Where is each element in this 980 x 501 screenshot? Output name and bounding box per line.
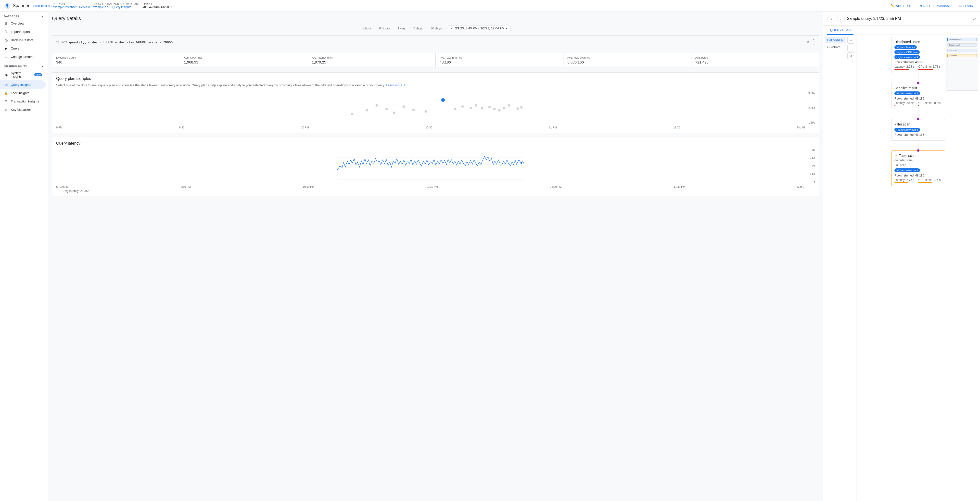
- table-scan-latency: Latency: 2.75 s CPU time: 2.75 s: [894, 178, 942, 183]
- sample-query-title: Sample query: 3/1/23, 9:55 PM: [847, 16, 971, 21]
- expand-panel-button[interactable]: ⤢: [973, 16, 976, 21]
- view-toggle: EXPANDED COMPACT: [823, 35, 845, 501]
- chevron-up-icon-obs: ▲: [41, 65, 44, 68]
- serialize-result-latency: Latency: 20 ms CPU time: 20 ms: [894, 101, 942, 106]
- prev-sample-button[interactable]: ‹: [827, 15, 835, 22]
- breadcrumb-all-instances[interactable]: All instances: [33, 4, 50, 8]
- badge-highest-row-count-1: Highest row count: [894, 91, 920, 95]
- stat-avg-rows-returned: Avg. rows returned 48,186: [436, 53, 563, 67]
- write-ddl-button[interactable]: ✏️ WRITE DDL: [888, 3, 915, 9]
- trash-icon: 🗑: [920, 4, 923, 8]
- sidebar-item-overview[interactable]: ⊞ Overview: [0, 19, 46, 27]
- sidebar-item-lock-insights[interactable]: 🔒 Lock insights: [0, 89, 46, 97]
- right-panel: ‹ › Sample query: 3/1/23, 9:55 PM ⤢ QUER…: [823, 12, 980, 501]
- expand-sql-button[interactable]: ⌃⌄: [812, 38, 816, 46]
- scatter-x-axis: 9 PM 9:30 10 PM 10:30 11 PM 11:30 Thu 02: [56, 126, 815, 129]
- plan-thumbnail: Distributed union | Serialize result | F…: [946, 37, 978, 91]
- expanded-view-button[interactable]: EXPANDED: [825, 37, 845, 43]
- compact-view-button[interactable]: COMPACT: [825, 44, 845, 51]
- scatter-chart: 3.00s 2.25s 1.50s 9 PM 9:30 10 PM 10:30 …: [56, 91, 815, 129]
- svg-point-7: [385, 108, 388, 110]
- connector-3: [918, 141, 918, 151]
- badge-highest-row-count-3: Highest row count: [894, 169, 920, 172]
- zoom-in-button[interactable]: +: [847, 37, 854, 44]
- copy-sql-button[interactable]: ⧉: [807, 38, 810, 46]
- sidebar: DATABASE ▲ ⊞ Overview ⇅ Import/Export ◷ …: [0, 12, 48, 501]
- latency-section-title: Query latency: [56, 141, 815, 146]
- latency-x-axis: UTC+5:30 9:30 PM 10:00 PM 10:30 PM 11:00…: [56, 185, 815, 188]
- connector-dot-3: [917, 149, 920, 152]
- sidebar-item-backup-restore[interactable]: ◷ Backup/Restore: [0, 36, 46, 44]
- latency-bar-1: [894, 105, 896, 106]
- time-30d[interactable]: 30 days: [429, 25, 444, 31]
- chevron-up-icon: ▲: [41, 15, 44, 18]
- pencil-icon: ✏️: [891, 4, 894, 8]
- transaction-icon: ⟳: [4, 99, 8, 103]
- breadcrumb-database: GOOGLE STANDARD SQL DATABASE example-db-…: [93, 3, 140, 9]
- latency-legend: Avg latency: 2.236s: [56, 189, 815, 192]
- stat-avg-cpu: Avg. CPU (ms) 1,968.93: [180, 53, 308, 67]
- topbar: Spanner All instances › INSTANCE example…: [0, 0, 980, 12]
- stats-row: Execution Count 340 Avg. CPU (ms) 1,968.…: [52, 53, 819, 67]
- plan-area: Distributed union Highest latency Highes…: [856, 35, 980, 501]
- latency-chart-wrapper: 3s 2.5s 2s 1.5s 1s: [56, 148, 815, 184]
- learn-more-link[interactable]: Learn more ↗: [386, 83, 406, 87]
- key-icon: ⊞: [4, 107, 8, 112]
- connector-1: [918, 73, 918, 83]
- svg-point-17: [475, 104, 477, 107]
- time-1d[interactable]: 1 day: [396, 25, 407, 31]
- badge-highest-row-count-2: Highest row count: [894, 128, 920, 132]
- sidebar-item-query[interactable]: ▶ Query: [0, 44, 46, 52]
- sidebar-item-transaction-insights[interactable]: ⟳ Transaction insights: [0, 97, 46, 105]
- sidebar-item-key-visualizer[interactable]: ⊞ Key Visualizer: [0, 105, 46, 114]
- svg-point-23: [508, 104, 511, 107]
- scatter-y-axis: 3.00s 2.25s 1.50s: [805, 91, 815, 125]
- scatter-chart-wrapper: 3.00s 2.25s 1.50s 9 PM 9:30 10 PM 10:30 …: [56, 91, 815, 129]
- delete-database-button[interactable]: 🗑 DELETE DATABASE: [916, 3, 954, 9]
- plan-node-table-scan: ⚠ Table scan on order_item Full scan Hig…: [891, 151, 945, 186]
- stat-avg-bytes: Avg. bytes 721,498: [691, 53, 819, 67]
- dropdown-icon: ▾: [506, 27, 508, 30]
- db-section-title: DATABASE: [4, 15, 19, 18]
- svg-point-18: [481, 107, 484, 110]
- query-plan-content: EXPANDED COMPACT + − ↺ Distributed union: [823, 35, 980, 501]
- time-6h[interactable]: 6 hours: [377, 25, 392, 31]
- sidebar-item-import-export[interactable]: ⇅ Import/Export: [0, 27, 46, 36]
- spanner-icon: [4, 2, 11, 9]
- svg-point-5: [366, 109, 368, 111]
- time-controls: 1 hour 6 hours 1 day 7 days 30 days ✓ 3/…: [52, 25, 819, 31]
- svg-point-31: [520, 162, 522, 164]
- next-sample-button[interactable]: ›: [837, 15, 845, 22]
- sidebar-item-change-streams[interactable]: ≡ Change streams: [0, 52, 46, 61]
- scatter-svg: [56, 91, 805, 125]
- reset-zoom-button[interactable]: ↺: [847, 52, 854, 59]
- svg-point-13: [442, 99, 444, 101]
- system-icon: ◉: [4, 73, 8, 77]
- learn-button[interactable]: 📖 LEARN: [956, 3, 976, 9]
- breadcrumb-instance: INSTANCE example-instance: Overview: [53, 3, 90, 9]
- cpu-bar-1: [918, 105, 919, 106]
- app-logo: Spanner: [4, 2, 29, 9]
- serialize-result-badges: Highest row count: [894, 91, 942, 95]
- svg-point-9: [402, 105, 405, 108]
- tab-query-plan[interactable]: QUERY PLAN: [827, 26, 853, 35]
- table-scan-badges: Highest row count: [894, 169, 942, 172]
- sidebar-item-query-insights[interactable]: ◎ Query insights: [0, 80, 46, 89]
- query-latency-section: Query latency 3s: [52, 137, 819, 197]
- filter-scan-badges: Highest row count: [894, 128, 942, 132]
- latency-bar-0: [894, 69, 909, 70]
- import-icon: ⇅: [4, 29, 8, 34]
- badge-highest-latency: Highest latency: [894, 45, 917, 49]
- svg-point-16: [470, 107, 473, 109]
- sidebar-item-system-insights[interactable]: ◉ System insights NEW: [0, 69, 46, 80]
- connector-2: [918, 109, 918, 119]
- time-7d[interactable]: 7 days: [411, 25, 425, 31]
- time-1h[interactable]: 1 hour: [360, 25, 374, 31]
- right-panel-tabs: QUERY PLAN: [823, 26, 980, 35]
- svg-point-14: [454, 108, 457, 110]
- time-range-picker[interactable]: ✓ 3/1/23, 8:43 PM - 3/2/23, 12:04 AM ▾: [448, 25, 511, 31]
- zoom-out-button[interactable]: −: [847, 45, 854, 51]
- badge-highest-cpu: Highest CPU time: [894, 50, 920, 54]
- app-name: Spanner: [13, 3, 29, 8]
- plan-node-filter-scan: Filter scan Highest row count Rows retur…: [891, 119, 945, 141]
